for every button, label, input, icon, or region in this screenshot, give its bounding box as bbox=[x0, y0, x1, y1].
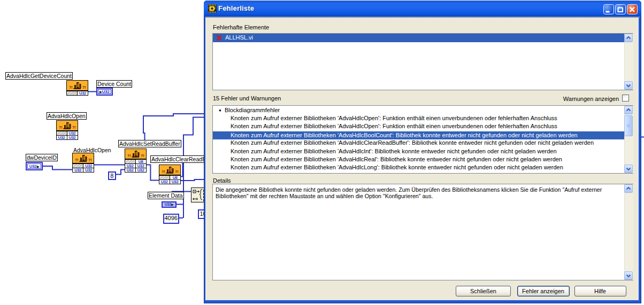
svg-text:?!: ?! bbox=[127, 154, 131, 158]
svg-text:?!: ?! bbox=[59, 126, 63, 129]
svg-text:?!: ?! bbox=[69, 85, 73, 89]
svg-text:?!: ?! bbox=[162, 170, 165, 174]
svg-text:?!: ?! bbox=[141, 154, 144, 158]
svg-text:?!: ?! bbox=[75, 158, 79, 162]
svg-text:?!: ?! bbox=[72, 126, 76, 129]
svg-text:?!: ?! bbox=[82, 85, 86, 89]
svg-text:?!: ?! bbox=[175, 170, 179, 174]
svg-text:?!: ?! bbox=[88, 158, 92, 162]
